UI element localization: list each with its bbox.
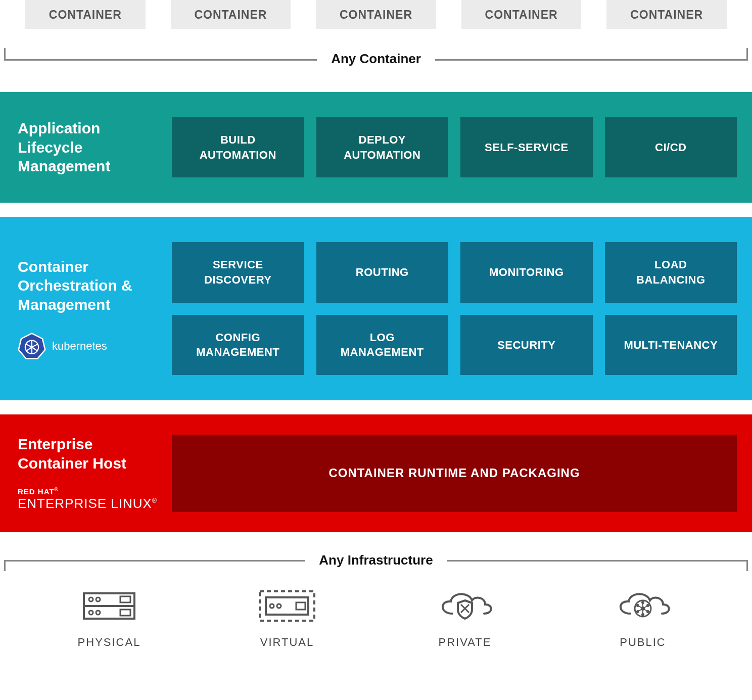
infra-public-label: PUBLIC [620, 636, 666, 649]
infra-public: PUBLIC [554, 586, 732, 649]
any-infra-label: Any Infrastructure [305, 552, 447, 568]
svg-point-10 [89, 597, 93, 601]
host-title: Enterprise Container Host [18, 435, 162, 473]
svg-rect-17 [266, 597, 308, 615]
tile-security: SECURITY [460, 315, 593, 375]
svg-point-18 [270, 604, 274, 608]
kubernetes-brand: kubernetes [18, 332, 162, 360]
infra-row: PHYSICAL VIRTUAL [0, 568, 752, 654]
tile-cicd: CI/CD [605, 117, 737, 177]
layer-host: Enterprise Container Host RED HAT® ENTER… [0, 414, 752, 532]
tile-load-balancing: LOADBALANCING [605, 242, 737, 302]
infra-private: PRIVATE [376, 586, 554, 649]
virtual-icon [252, 586, 322, 627]
tile-service-discovery: SERVICEDISCOVERY [172, 242, 304, 302]
containers-strip: CONTAINER CONTAINER CONTAINER CONTAINER … [0, 0, 752, 92]
any-container-label: Any Container [317, 51, 435, 67]
tile-log-management: LOGMANAGEMENT [316, 315, 449, 375]
redhat-small: RED HAT® [18, 487, 162, 496]
tile-container-runtime: CONTAINER RUNTIME AND PACKAGING [172, 435, 737, 511]
tile-multi-tenancy: MULTI-TENANCY [605, 315, 737, 375]
server-icon [74, 586, 145, 627]
kubernetes-label: kubernetes [52, 340, 107, 353]
infra-virtual: VIRTUAL [198, 586, 376, 649]
svg-point-11 [96, 597, 100, 601]
infra-physical: PHYSICAL [20, 586, 198, 649]
tile-build-automation: BUILDAUTOMATION [172, 117, 304, 177]
container-box: CONTAINER [461, 0, 582, 29]
redhat-big: ENTERPRISE LINUX® [18, 496, 162, 511]
layer-orchestration: Container Orchestration & Management [0, 217, 752, 400]
svg-rect-15 [120, 610, 130, 616]
tile-routing: ROUTING [316, 242, 449, 302]
redhat-brand: RED HAT® ENTERPRISE LINUX® [18, 487, 162, 511]
svg-rect-12 [120, 596, 130, 602]
container-box: CONTAINER [25, 0, 146, 29]
orch-title: Container Orchestration & Management [18, 257, 162, 314]
container-box: CONTAINER [316, 0, 436, 29]
svg-point-14 [96, 611, 100, 615]
kubernetes-icon [18, 332, 46, 360]
container-box: CONTAINER [606, 0, 727, 29]
tile-config-management: CONFIGMANAGEMENT [172, 315, 304, 375]
alm-title: Application Lifecycle Management [18, 119, 162, 176]
svg-rect-20 [296, 602, 305, 610]
infra-private-label: PRIVATE [439, 636, 492, 649]
layer-alm: Application Lifecycle Management BUILDAU… [0, 92, 752, 203]
any-container-bracket: Any Container [0, 51, 752, 67]
svg-point-19 [277, 604, 281, 608]
any-infra-bracket: Any Infrastructure [0, 552, 752, 568]
svg-point-13 [89, 611, 93, 615]
tile-deploy-automation: DEPLOYAUTOMATION [316, 117, 449, 177]
infra-physical-label: PHYSICAL [78, 636, 141, 649]
tile-self-service: SELF-SERVICE [460, 117, 593, 177]
svg-rect-16 [260, 591, 314, 621]
cloud-network-icon [607, 586, 678, 627]
tile-monitoring: MONITORING [460, 242, 593, 302]
cloud-shield-icon [430, 586, 500, 627]
container-box: CONTAINER [171, 0, 291, 29]
infra-virtual-label: VIRTUAL [260, 636, 314, 649]
